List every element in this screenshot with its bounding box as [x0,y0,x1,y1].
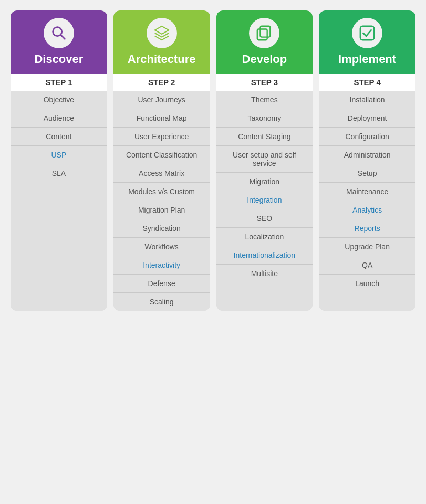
list-item: Content Staging [216,128,313,146]
list-item: Upgrade Plan [319,238,415,256]
discover-title: Discover [34,52,83,66]
list-item: Maintenance [319,183,415,201]
implement-step: STEP 4 [319,74,415,91]
list-item: Content [11,128,107,146]
svg-rect-5 [360,26,374,40]
implement-icon [352,18,382,48]
implement-items-list: InstallationDeploymentConfigurationAdmin… [319,91,415,311]
list-item: Migration Plan [113,201,210,219]
list-item: User Journeys [113,91,210,109]
discover-icon [44,18,74,48]
list-item: Functional Map [113,109,210,128]
list-item: Administration [319,146,415,164]
develop-step: STEP 3 [216,74,313,91]
list-item: Workflows [113,238,210,256]
list-item: Objective [11,91,107,109]
svg-marker-2 [154,26,168,34]
list-item: SLA [11,164,107,182]
svg-rect-3 [257,29,267,40]
list-item: Defense [113,275,210,293]
implement-title: Implement [338,52,396,66]
develop-header: Develop [216,10,313,74]
list-item: Integration [216,191,313,209]
list-item: User setup and self service [216,146,313,173]
svg-line-1 [61,35,65,39]
list-item: Reports [319,219,415,238]
list-item: SEO [216,209,313,228]
list-item: Internationalization [216,246,313,265]
list-item: Deployment [319,109,415,128]
list-item: Interactivity [113,256,210,275]
discover-header: Discover [11,10,107,74]
list-item: Audience [11,109,107,128]
list-item: Multisite [216,265,313,282]
develop-title: Develop [242,52,287,66]
main-container: DiscoverSTEP 1ObjectiveAudienceContentUS… [11,10,415,311]
svg-rect-4 [261,26,271,37]
list-item: Taxonomy [216,109,313,128]
list-item: Migration [216,173,313,191]
list-item: Configuration [319,128,415,146]
list-item: Analytics [319,201,415,219]
list-item: Modules v/s Custom [113,183,210,201]
list-item: User Experience [113,128,210,146]
architecture-title: Architecture [128,52,196,66]
list-item: Scaling [113,293,210,311]
list-item: Setup [319,164,415,183]
architecture-icon [147,18,177,48]
list-item: USP [11,146,107,164]
develop-items-list: ThemesTaxonomyContent StagingUser setup … [216,91,313,311]
list-item: QA [319,256,415,275]
column-discover: DiscoverSTEP 1ObjectiveAudienceContentUS… [11,10,107,311]
list-item: Themes [216,91,313,109]
discover-items-list: ObjectiveAudienceContentUSPSLA [11,91,107,311]
list-item: Syndication [113,219,210,238]
list-item: Access Matrix [113,164,210,183]
column-implement: ImplementSTEP 4InstallationDeploymentCon… [319,10,415,311]
architecture-items-list: User JourneysFunctional MapUser Experien… [113,91,210,311]
list-item: Launch [319,275,415,292]
list-item: Content Classification [113,146,210,164]
list-item: Localization [216,228,313,246]
develop-icon [249,18,279,48]
column-develop: DevelopSTEP 3ThemesTaxonomyContent Stagi… [216,10,313,311]
discover-step: STEP 1 [11,74,107,91]
column-architecture: ArchitectureSTEP 2User JourneysFunctiona… [113,10,210,311]
list-item: Installation [319,91,415,109]
architecture-header: Architecture [113,10,210,74]
implement-header: Implement [319,10,415,74]
architecture-step: STEP 2 [113,74,210,91]
